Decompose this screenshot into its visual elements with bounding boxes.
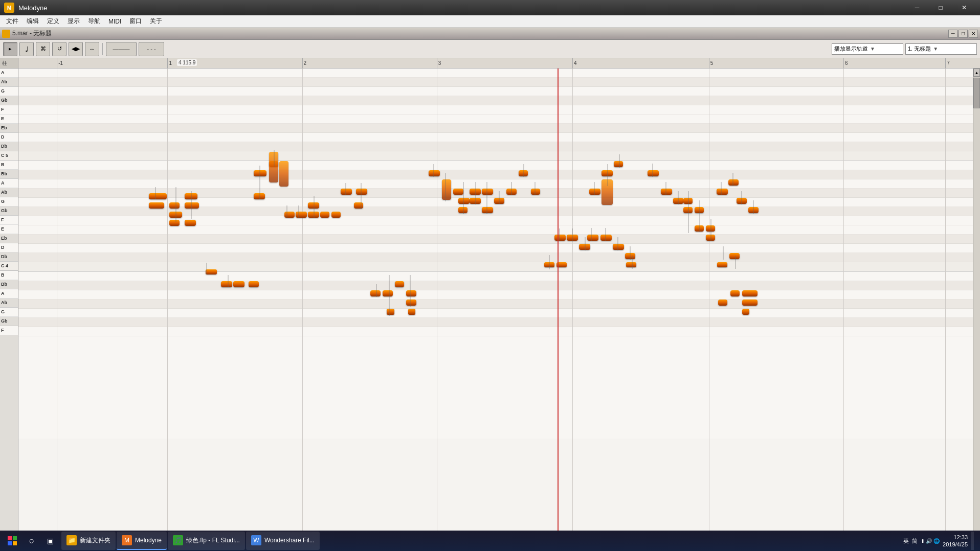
piano-key-b5[interactable]: B xyxy=(0,160,18,170)
svg-rect-147 xyxy=(13,541,17,545)
piano-key-eb6[interactable]: Eb xyxy=(0,124,18,133)
timeline-tick-6: 6 xyxy=(843,58,848,68)
track-name-arrow: ▼ xyxy=(933,46,938,52)
sub-window-icon xyxy=(2,30,10,38)
sub-close-button[interactable]: ✕ xyxy=(969,30,978,38)
timeline-tick-1: 1 xyxy=(167,58,172,68)
sub-window-title-bar: 5.mar - 无标题 ─ □ ✕ xyxy=(0,28,980,40)
menu-view[interactable]: 显示 xyxy=(63,16,84,27)
select-tool-button[interactable]: ▸ xyxy=(3,42,17,56)
menu-bar: 文件 编辑 定义 显示 导航 MIDI 窗口 关于 xyxy=(0,15,980,28)
piano-key-gb6[interactable]: Gb xyxy=(0,96,18,105)
menu-edit[interactable]: 编辑 xyxy=(23,16,43,27)
piano-key-g4[interactable]: G xyxy=(0,308,18,317)
piano-key-f6[interactable]: F xyxy=(0,105,18,114)
piano-key-db5[interactable]: Db xyxy=(0,252,18,262)
grid-rows[interactable]: ▲ ▼ xyxy=(18,68,980,551)
title-bar: M Melodyne ─ □ ✕ xyxy=(0,0,980,15)
taskbar-apps: 📁 新建文件夹 M Melodyne 🎵 绿色.flp - FL Studi..… xyxy=(61,532,901,550)
grid-line-5 xyxy=(709,68,709,551)
taskbar-melodyne-app[interactable]: M Melodyne xyxy=(117,532,167,550)
minimize-button[interactable]: ─ xyxy=(905,0,929,15)
piano-key-ab5[interactable]: Ab xyxy=(0,188,18,197)
grid-area[interactable]: 4 115.9 -11234567 xyxy=(18,58,980,551)
taskbar-date-display: 2019/4/25 xyxy=(943,541,968,548)
show-desktop-button[interactable] xyxy=(971,532,974,550)
search-button[interactable]: ○ xyxy=(23,532,41,550)
pitch-tool-button[interactable]: ♩ xyxy=(19,42,34,56)
scroll-thumb-v[interactable] xyxy=(973,78,980,108)
taskbar-time-display: 12:33 xyxy=(943,534,968,541)
display-track-dropdown[interactable]: 播放显示轨道 ▼ xyxy=(832,43,903,55)
piano-keys: 柱 A Ab G Gb F E Eb D Db C 5 B Bb A Ab G xyxy=(0,58,18,551)
menu-midi[interactable]: MIDI xyxy=(104,17,125,26)
menu-define[interactable]: 定义 xyxy=(43,16,63,27)
taskbar-explorer-app[interactable]: 📁 新建文件夹 xyxy=(61,532,116,550)
piano-key-f5[interactable]: F xyxy=(0,216,18,225)
quantize-button[interactable]: ——— xyxy=(106,42,137,56)
piano-key-e5[interactable]: E xyxy=(0,225,18,234)
piano-key-a4[interactable]: A xyxy=(0,289,18,299)
taskbar-system-tray: 英 简 ⬆ 🔊 🌐 12:33 2019/4/25 xyxy=(903,532,978,550)
toolbar-separator-1 xyxy=(102,43,103,55)
track-name-dropdown[interactable]: 1. 无标题 ▼ xyxy=(905,43,977,55)
grid-line-3 xyxy=(437,68,437,551)
piano-key-a6[interactable]: A xyxy=(0,68,18,78)
system-tray-lang: 英 xyxy=(903,537,909,545)
display-track-arrow: ▼ xyxy=(870,46,875,52)
menu-nav[interactable]: 导航 xyxy=(84,16,104,27)
sub-minimize-button[interactable]: ─ xyxy=(948,30,957,38)
vertical-scrollbar[interactable]: ▲ ▼ xyxy=(973,68,980,551)
piano-key-b4[interactable]: B xyxy=(0,271,18,280)
menu-window[interactable]: 窗口 xyxy=(125,16,146,27)
explorer-app-icon: 📁 xyxy=(66,535,77,545)
grid-line-7 xyxy=(945,68,946,551)
timeline-tick-5: 5 xyxy=(709,58,714,68)
svg-rect-146 xyxy=(8,541,12,545)
snap-button[interactable]: - - - xyxy=(139,42,164,56)
track-name-label: 1. 无标题 xyxy=(908,45,931,53)
task-view-button[interactable]: ▣ xyxy=(41,532,59,550)
piano-key-ab6[interactable]: Ab xyxy=(0,78,18,87)
maximize-button[interactable]: □ xyxy=(929,0,952,15)
position-value: 115.9 xyxy=(183,60,195,65)
piano-key-f4[interactable]: F xyxy=(0,326,18,335)
svg-rect-144 xyxy=(8,536,12,540)
piano-key-c5[interactable]: C 5 xyxy=(0,151,18,160)
taskbar-clock: 12:33 2019/4/25 xyxy=(943,534,968,548)
taskbar-wondershare-app[interactable]: W Wondershare Fil... xyxy=(246,532,320,550)
piano-key-bb4[interactable]: Bb xyxy=(0,280,18,289)
piano-key-g6[interactable]: G xyxy=(0,87,18,96)
start-button[interactable] xyxy=(2,532,23,550)
fl-studio-app-label: 绿色.flp - FL Studi... xyxy=(186,536,240,545)
piano-key-ab4[interactable]: Ab xyxy=(0,299,18,308)
sub-maximize-button[interactable]: □ xyxy=(959,30,968,38)
piano-key-db6[interactable]: Db xyxy=(0,142,18,151)
piano-key-d5[interactable]: D xyxy=(0,243,18,252)
toolbar: ▸ ♩ ⌘ ↺ ◀▶ ↔ ——— - - - 播放显示轨道 ▼ 1. 无标题 ▼ xyxy=(0,40,980,58)
piano-key-gb4[interactable]: Gb xyxy=(0,317,18,326)
piano-key-g5[interactable]: G xyxy=(0,197,18,206)
menu-file[interactable]: 文件 xyxy=(2,16,23,27)
piano-key-a5[interactable]: A xyxy=(0,179,18,188)
svg-rect-145 xyxy=(13,536,17,540)
close-button[interactable]: ✕ xyxy=(952,0,976,15)
stretch-tool-button[interactable]: ↔ xyxy=(85,42,99,56)
piano-key-e6[interactable]: E xyxy=(0,114,18,124)
piano-key-eb5[interactable]: Eb xyxy=(0,234,18,243)
timeline-tick--1: -1 xyxy=(57,58,63,68)
piano-key-bb5[interactable]: Bb xyxy=(0,170,18,179)
piano-key-gb5[interactable]: Gb xyxy=(0,206,18,216)
menu-about[interactable]: 关于 xyxy=(146,16,166,27)
time-tool-button[interactable]: ◀▶ xyxy=(69,42,83,56)
piano-key-d6[interactable]: D xyxy=(0,133,18,142)
piano-key-c4[interactable]: C 4 xyxy=(0,262,18,271)
grid-line--1 xyxy=(57,68,57,551)
taskbar-fl-studio-app[interactable]: 🎵 绿色.flp - FL Studi... xyxy=(168,532,245,550)
scroll-up-button[interactable]: ▲ xyxy=(973,68,980,77)
loop-tool-button[interactable]: ↺ xyxy=(52,42,66,56)
explorer-app-label: 新建文件夹 xyxy=(80,536,110,545)
grid-line-6 xyxy=(843,68,844,551)
formant-tool-button[interactable]: ⌘ xyxy=(36,42,50,56)
piano-keys-area: A Ab G Gb F E Eb D Db C 5 B Bb A Ab G Gb… xyxy=(0,68,18,551)
